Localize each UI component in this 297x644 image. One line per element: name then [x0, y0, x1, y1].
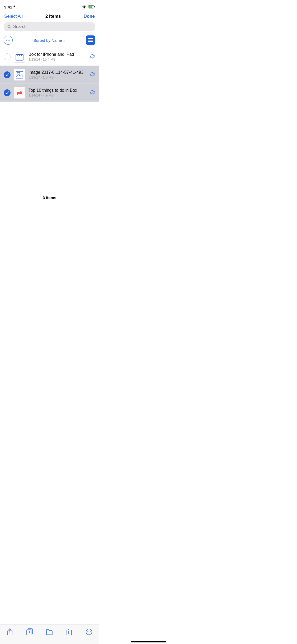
spacer: [0, 102, 99, 192]
sort-label[interactable]: Sorted by Name ↑: [34, 38, 65, 43]
svg-point-6: [6, 40, 7, 41]
download-cloud-icon: [89, 53, 95, 59]
svg-line-15: [19, 54, 20, 56]
search-bar-wrap: [0, 22, 99, 34]
file-meta-2: 1/14/14 · 4.9 MB: [29, 93, 86, 97]
search-input[interactable]: [13, 24, 92, 29]
download-button-2[interactable]: [89, 89, 95, 96]
list-view-button[interactable]: [86, 35, 95, 45]
file-checkbox-1[interactable]: [4, 71, 11, 78]
file-list: Box for iPhone and iPad 1/13/14 · 15.4 M…: [0, 48, 99, 102]
checkmark-icon: [6, 73, 9, 76]
file-checkbox-2[interactable]: [4, 89, 11, 96]
file-meta-1: 8/23/17 · 1.5 MB: [29, 75, 86, 79]
file-thumbnail-1: [14, 69, 25, 81]
svg-point-8: [10, 40, 10, 41]
table-row[interactable]: pdf Top 10 things to do in Box 1/14/14 ·…: [0, 84, 99, 102]
checkmark-icon: [6, 91, 9, 94]
status-icons: [82, 5, 95, 8]
svg-rect-10: [88, 40, 93, 41]
svg-line-5: [10, 27, 11, 29]
dots-icon: [6, 40, 10, 41]
svg-point-0: [84, 8, 85, 8]
download-button-0[interactable]: [89, 53, 95, 61]
file-info-2: Top 10 things to do in Box 1/14/14 · 4.9…: [29, 88, 86, 97]
sort-arrow-icon: ↑: [63, 38, 65, 42]
location-icon: [13, 5, 16, 8]
table-row[interactable]: Box for iPhone and iPad 1/13/14 · 15.4 M…: [0, 48, 99, 66]
svg-line-21: [18, 75, 20, 76]
sort-bar: Sorted by Name ↑: [0, 34, 99, 47]
svg-point-7: [8, 40, 9, 41]
more-options-button[interactable]: [4, 36, 13, 45]
download-cloud-icon: [89, 89, 95, 95]
file-name-2: Top 10 things to do in Box: [29, 88, 86, 93]
svg-rect-9: [88, 38, 93, 39]
file-meta-0: 1/13/14 · 15.4 MB: [29, 57, 86, 61]
battery-icon: [88, 5, 95, 8]
time-text: 9:41: [4, 5, 12, 9]
status-time: 9:41: [4, 5, 16, 9]
search-icon: [7, 25, 11, 29]
file-info-1: Image 2017-0...14-57-41-493 8/23/17 · 1.…: [29, 70, 86, 79]
download-cloud-icon: [89, 71, 95, 77]
select-all-button[interactable]: Select All: [4, 14, 23, 19]
status-bar: 9:41: [0, 0, 99, 12]
file-name-1: Image 2017-0...14-57-41-493: [29, 70, 86, 75]
sort-label-text: Sorted by Name: [34, 38, 62, 43]
download-button-1[interactable]: [89, 71, 95, 79]
wifi-icon: [82, 5, 87, 8]
table-row[interactable]: Image 2017-0...14-57-41-493 8/23/17 · 1.…: [0, 66, 99, 84]
divider: [0, 47, 99, 47]
search-bar: [4, 22, 95, 31]
footer-count: 3 items: [0, 192, 99, 202]
svg-line-22: [20, 75, 22, 76]
svg-rect-2: [94, 6, 95, 7]
list-view-icon: [88, 38, 93, 42]
video-file-icon: [16, 53, 23, 61]
done-button[interactable]: Done: [84, 14, 95, 19]
svg-line-16: [21, 54, 22, 56]
nav-title: 2 Items: [45, 14, 61, 19]
file-name-0: Box for iPhone and iPad: [29, 52, 86, 57]
file-thumbnail-0: [14, 51, 25, 63]
svg-rect-11: [88, 41, 93, 42]
pdf-label: pdf: [17, 91, 22, 95]
file-checkbox-0[interactable]: [4, 53, 11, 60]
file-thumbnail-2: pdf: [14, 87, 25, 99]
file-info-0: Box for iPhone and iPad 1/13/14 · 15.4 M…: [29, 52, 86, 61]
top-nav: Select All 2 Items Done: [0, 12, 99, 22]
image-file-icon: [16, 71, 23, 79]
svg-line-14: [17, 54, 18, 56]
